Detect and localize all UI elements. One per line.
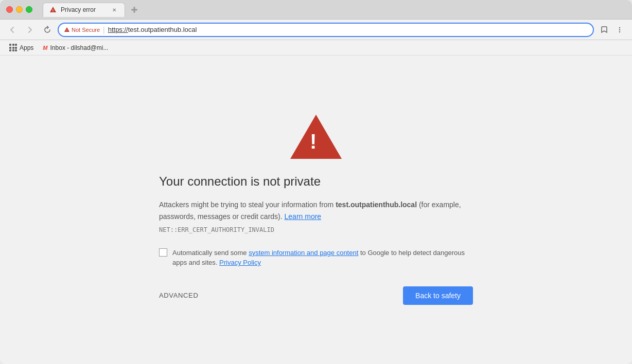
error-code: NET::ERR_CERT_AUTHORITY_INVALID	[159, 226, 274, 233]
address-divider: |	[103, 26, 105, 34]
tab-title: Privacy error	[61, 6, 106, 13]
address-url: https://test.outpatienthub.local	[108, 26, 588, 33]
forward-button[interactable]	[23, 23, 37, 37]
minimize-window-button[interactable]	[16, 6, 23, 13]
browser-content: Your connection is not private Attackers…	[0, 56, 632, 364]
new-tab-button[interactable]	[127, 3, 142, 17]
apps-bookmark[interactable]: Apps	[5, 42, 38, 53]
svg-point-8	[619, 31, 620, 32]
tab-bar: ! Privacy error ✕	[43, 3, 626, 17]
active-tab[interactable]: ! Privacy error ✕	[43, 3, 125, 17]
chrome-menu-button[interactable]	[612, 23, 627, 37]
nav-bar: ! Not Secure | https://test.outpatienthu…	[0, 20, 632, 40]
privacy-policy-link[interactable]: Privacy Policy	[219, 259, 261, 266]
apps-grid-icon	[9, 44, 17, 51]
svg-point-6	[619, 27, 620, 28]
error-description: Attackers might be trying to steal your …	[159, 199, 473, 222]
apps-label: Apps	[20, 44, 33, 51]
back-to-safety-button[interactable]: Back to safety	[403, 286, 473, 305]
svg-text:!: !	[66, 29, 67, 32]
learn-more-link[interactable]: Learn more	[285, 212, 322, 221]
gmail-icon: M	[43, 45, 47, 51]
error-desc-part1: Attackers might be trying to steal your …	[159, 201, 336, 209]
nav-right-buttons	[597, 23, 627, 37]
browser-window: ! Privacy error ✕	[0, 0, 632, 364]
checkbox-label: Automatically send some system informati…	[172, 248, 473, 268]
bookmarks-bar: Apps M Inbox - dilshad@mi...	[0, 40, 632, 56]
url-rest: test.outpatienthub.local	[128, 26, 197, 33]
inbox-bookmark[interactable]: M Inbox - dilshad@mi...	[39, 43, 112, 53]
svg-point-7	[619, 29, 620, 30]
system-info-link[interactable]: system information and page content	[249, 249, 358, 257]
warning-triangle-icon	[290, 115, 342, 159]
reload-button[interactable]	[40, 23, 55, 37]
error-actions: ADVANCED Back to safety	[159, 286, 473, 305]
svg-rect-3	[131, 9, 137, 10]
inbox-label: Inbox - dilshad@mi...	[50, 44, 109, 51]
checkbox-text-part1: Automatically send some	[172, 249, 249, 257]
tab-close-button[interactable]: ✕	[110, 6, 118, 14]
error-page: Your connection is not private Attackers…	[149, 104, 483, 315]
title-bar: ! Privacy error ✕	[0, 0, 632, 20]
not-secure-badge: ! Not Secure	[64, 27, 100, 33]
error-icon-container	[159, 115, 473, 159]
bookmark-button[interactable]	[597, 23, 611, 37]
https-part: https://	[108, 26, 128, 33]
advanced-button[interactable]: ADVANCED	[159, 292, 198, 299]
warning-icon: !	[64, 27, 70, 33]
not-secure-label: Not Secure	[72, 27, 100, 33]
auto-send-checkbox[interactable]	[159, 248, 167, 257]
error-domain: test.outpatienthub.local	[336, 201, 417, 209]
back-button[interactable]	[5, 23, 20, 37]
close-window-button[interactable]	[6, 6, 13, 13]
checkbox-section: Automatically send some system informati…	[159, 248, 473, 268]
svg-text:!: !	[52, 9, 54, 12]
traffic-lights	[6, 6, 32, 13]
address-bar[interactable]: ! Not Secure | https://test.outpatienthu…	[58, 23, 594, 37]
error-title: Your connection is not private	[159, 174, 473, 189]
maximize-window-button[interactable]	[26, 6, 32, 13]
tab-favicon: !	[49, 6, 57, 13]
